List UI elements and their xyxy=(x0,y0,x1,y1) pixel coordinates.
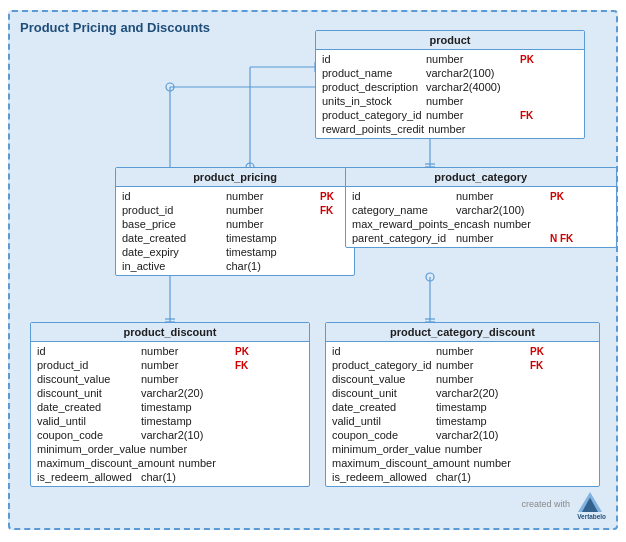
table-row: date_expiry timestamp xyxy=(116,245,354,259)
product-category-table-header: product_category xyxy=(346,168,616,187)
table-row: product_id number FK xyxy=(116,203,354,217)
product-discount-table: product_discount id number PK product_id… xyxy=(30,322,310,487)
product-discount-table-body: id number PK product_id number FK discou… xyxy=(31,342,309,486)
table-row: maximum_discount_amount number xyxy=(326,456,599,470)
table-row: valid_until timestamp xyxy=(31,414,309,428)
product-table: product id number PK product_name varcha… xyxy=(315,30,585,139)
table-row: is_redeem_allowed char(1) xyxy=(31,470,309,484)
product-category-table: product_category id number PK category_n… xyxy=(345,167,617,248)
product-pricing-table-body: id number PK product_id number FK base_p… xyxy=(116,187,354,275)
diagram-title: Product Pricing and Discounts xyxy=(20,20,210,35)
table-row: product_id number FK xyxy=(31,358,309,372)
table-row: valid_until timestamp xyxy=(326,414,599,428)
table-row: product_category_id number FK xyxy=(326,358,599,372)
table-row: discount_value number xyxy=(326,372,599,386)
table-row: product_description varchar2(4000) xyxy=(316,80,584,94)
svg-point-11 xyxy=(166,83,174,91)
table-row: id number PK xyxy=(346,189,616,203)
table-row: category_name varchar2(100) xyxy=(346,203,616,217)
table-row: reward_points_credit number xyxy=(316,122,584,136)
diagram-container: Product Pricing and Discounts xyxy=(8,10,618,530)
table-row: discount_unit varchar2(20) xyxy=(31,386,309,400)
product-pricing-table: product_pricing id number PK product_id … xyxy=(115,167,355,276)
product-table-body: id number PK product_name varchar2(100) … xyxy=(316,50,584,138)
svg-text:Vertabelo: Vertabelo xyxy=(577,513,606,520)
table-row: max_reward_points_encash number xyxy=(346,217,616,231)
table-row: discount_unit varchar2(20) xyxy=(326,386,599,400)
table-row: coupon_code varchar2(10) xyxy=(31,428,309,442)
product-discount-table-header: product_discount xyxy=(31,323,309,342)
table-row: id number PK xyxy=(326,344,599,358)
table-row: product_name varchar2(100) xyxy=(316,66,584,80)
product-category-discount-table: product_category_discount id number PK p… xyxy=(325,322,600,487)
table-row: units_in_stock number xyxy=(316,94,584,108)
created-with-text: created with xyxy=(521,499,570,510)
table-row: date_created timestamp xyxy=(326,400,599,414)
vertabelo-logo-icon: Vertabelo xyxy=(574,488,606,520)
product-category-table-body: id number PK category_name varchar2(100)… xyxy=(346,187,616,247)
table-row: base_price number xyxy=(116,217,354,231)
table-row: maximum_discount_amount number xyxy=(31,456,309,470)
product-table-header: product xyxy=(316,31,584,50)
table-row: minimum_order_value number xyxy=(326,442,599,456)
product-category-discount-table-header: product_category_discount xyxy=(326,323,599,342)
product-pricing-table-header: product_pricing xyxy=(116,168,354,187)
svg-point-15 xyxy=(426,273,434,281)
table-row: is_redeem_allowed char(1) xyxy=(326,470,599,484)
product-category-discount-table-body: id number PK product_category_id number … xyxy=(326,342,599,486)
table-row: coupon_code varchar2(10) xyxy=(326,428,599,442)
table-row: date_created timestamp xyxy=(116,231,354,245)
table-row: date_created timestamp xyxy=(31,400,309,414)
table-row: minimum_order_value number xyxy=(31,442,309,456)
table-row: product_category_id number FK xyxy=(316,108,584,122)
table-row: id number PK xyxy=(31,344,309,358)
table-row: id number PK xyxy=(116,189,354,203)
vertabelo-badge: created with Vertabelo xyxy=(521,488,606,520)
table-row: in_active char(1) xyxy=(116,259,354,273)
table-row: parent_category_id number N FK xyxy=(346,231,616,245)
table-row: discount_value number xyxy=(31,372,309,386)
table-row: id number PK xyxy=(316,52,584,66)
